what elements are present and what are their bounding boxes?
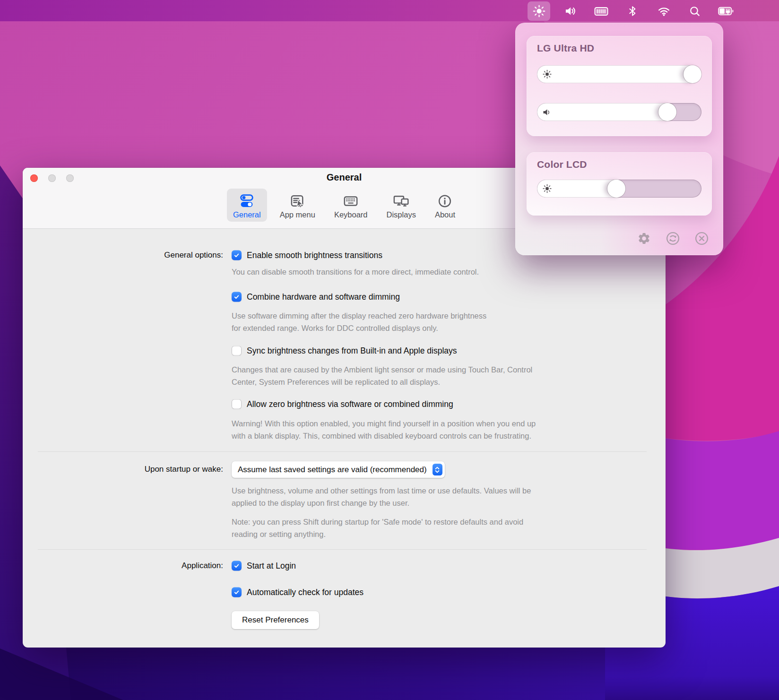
displays-icon	[392, 192, 411, 209]
brightness-menu-icon[interactable]	[528, 1, 550, 21]
checkbox-row: Automatically check for updates	[232, 588, 364, 597]
volume-slider[interactable]	[537, 103, 701, 121]
restart-icon[interactable]	[666, 231, 680, 246]
toggles-icon	[238, 192, 255, 209]
slider-fill	[537, 103, 676, 121]
keyboard-brightness-menu-icon[interactable]	[590, 1, 613, 21]
tab-label: Displays	[387, 210, 416, 219]
checkbox-row: Start at Login	[232, 561, 296, 571]
tab-label: General	[233, 210, 261, 219]
sun-icon	[542, 184, 552, 194]
tab-general[interactable]: General	[227, 189, 267, 222]
checkbox-row: Sync brightness changes from Built-in an…	[232, 346, 457, 356]
checkbox[interactable]	[232, 399, 242, 409]
description: Warning! With this option enabled, you m…	[232, 417, 536, 442]
volume-menu-icon[interactable]	[559, 1, 581, 21]
brightness-slider[interactable]	[537, 180, 701, 198]
tab-label: Keyboard	[334, 210, 368, 219]
display-card: LG Ultra HD	[527, 36, 712, 136]
select-chevron-icon	[433, 464, 442, 475]
reset-preferences-button[interactable]: Reset Preferences	[232, 611, 319, 629]
checkbox[interactable]	[232, 346, 242, 356]
tab-label: About	[435, 210, 455, 219]
sun-icon	[542, 69, 552, 79]
popover-actions	[637, 231, 709, 246]
description: Use software dimming after the display r…	[232, 310, 486, 334]
checkbox[interactable]	[232, 561, 242, 571]
checkbox-label: Sync brightness changes from Built-in an…	[247, 346, 457, 356]
quit-icon[interactable]	[694, 231, 709, 246]
slider-knob[interactable]	[658, 103, 676, 121]
checkbox-label: Start at Login	[247, 561, 296, 571]
menu-bar	[0, 0, 779, 21]
description: You can disable smooth transitions for a…	[232, 266, 479, 278]
description: Use brightness, volume and other setting…	[232, 484, 531, 509]
checkbox[interactable]	[232, 251, 242, 260]
display-card: Color LCD	[527, 152, 712, 216]
keyboard-icon	[342, 192, 360, 209]
tab-about[interactable]: About	[429, 189, 461, 222]
checkbox-label: Combine hardware and software dimming	[247, 292, 400, 302]
checkbox-label: Allow zero brightness via software or co…	[247, 399, 453, 409]
general-options-label: General options:	[23, 251, 223, 260]
description: Changes that are caused by the Ambient l…	[232, 363, 532, 388]
tab-app-menu[interactable]: App menu	[274, 189, 321, 222]
tab-displays[interactable]: Displays	[381, 189, 422, 222]
startup-label: Upon startup or wake:	[23, 465, 223, 474]
slider-knob[interactable]	[607, 180, 625, 198]
bluetooth-menu-icon[interactable]	[621, 1, 644, 21]
checkbox-label: Automatically check for updates	[247, 588, 364, 597]
application-label: Application:	[23, 561, 223, 570]
checkbox-row: Allow zero brightness via software or co…	[232, 399, 453, 409]
displays-popover: LG Ultra HD	[515, 23, 723, 255]
tab-label: App menu	[280, 210, 315, 219]
checkbox-row: Combine hardware and software dimming	[232, 292, 400, 302]
battery-menu-icon[interactable]	[715, 1, 737, 21]
checkbox[interactable]	[232, 588, 242, 597]
speaker-icon	[542, 107, 552, 117]
startup-select[interactable]: Assume last saved settings are valid (re…	[232, 461, 445, 478]
app-menu-icon	[289, 192, 306, 209]
checkbox-label: Enable smooth brightness transitions	[247, 251, 382, 260]
divider	[38, 451, 647, 452]
desktop: General General	[0, 0, 779, 700]
checkbox[interactable]	[232, 292, 242, 302]
checkbox-row: Enable smooth brightness transitions	[232, 251, 382, 260]
startup-select-value: Assume last saved settings are valid (re…	[238, 465, 427, 475]
divider	[38, 549, 647, 550]
settings-gear-icon[interactable]	[637, 231, 651, 246]
wifi-menu-icon[interactable]	[652, 1, 675, 21]
info-icon	[437, 192, 453, 209]
display-name: Color LCD	[537, 159, 587, 170]
brightness-slider[interactable]	[537, 65, 701, 83]
search-menu-icon[interactable]	[684, 1, 706, 21]
slider-fill	[537, 65, 701, 83]
tab-keyboard[interactable]: Keyboard	[328, 189, 374, 222]
slider-knob[interactable]	[684, 65, 701, 83]
menu-bar-icons	[528, 0, 737, 21]
display-name: LG Ultra HD	[537, 43, 594, 54]
description: Note: you can press Shift during startup…	[232, 516, 523, 540]
